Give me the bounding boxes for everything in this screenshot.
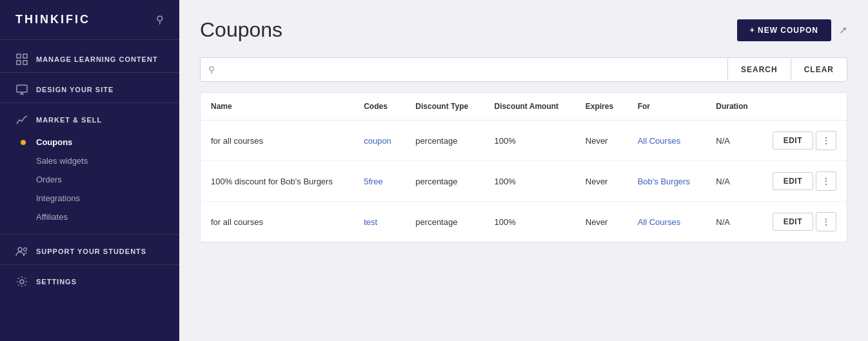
chart-icon <box>15 113 28 126</box>
cell-duration: N/A <box>705 161 762 202</box>
sidebar-item-support-students[interactable]: SUPPORT YOUR STUDENTS <box>0 237 179 262</box>
cell-discount-amount: 100% <box>484 202 575 242</box>
cell-name: for all courses <box>201 202 353 242</box>
edit-button[interactable]: EDIT <box>773 132 813 150</box>
clear-button[interactable]: CLEAR <box>791 59 847 81</box>
cell-discount-amount: 100% <box>484 121 575 161</box>
sidebar-item-integrations[interactable]: Integrations <box>36 189 179 208</box>
sidebar-item-manage-learning[interactable]: MANAGE LEARNING CONTENT <box>0 45 179 70</box>
edit-button[interactable]: EDIT <box>773 213 813 231</box>
sidebar-item-market-sell[interactable]: MARKET & SELL <box>0 106 179 130</box>
cell-actions: EDIT ⋮ <box>762 202 847 242</box>
col-header-discount-amount: Discount Amount <box>484 93 575 121</box>
table-row: for all courses test percentage 100% Nev… <box>201 202 847 242</box>
cell-discount-amount: 100% <box>484 161 575 202</box>
col-header-name: Name <box>201 93 353 121</box>
search-bar-icon: ⚲ <box>201 64 222 75</box>
grid-icon <box>15 53 28 66</box>
svg-rect-4 <box>17 85 27 92</box>
sidebar-item-coupons[interactable]: Coupons <box>36 133 179 151</box>
col-header-codes: Codes <box>353 93 405 121</box>
col-header-for: For <box>627 93 706 121</box>
market-sell-subitems: Coupons Sales widgets Orders Integration… <box>0 130 179 231</box>
cell-for[interactable]: All Courses <box>627 121 706 161</box>
sidebar-label-design-site: DESIGN YOUR SITE <box>36 86 113 93</box>
svg-point-9 <box>20 280 24 284</box>
sidebar-item-orders[interactable]: Orders <box>36 170 179 189</box>
table-header-row: Name Codes Discount Type Discount Amount… <box>201 93 847 121</box>
col-header-actions <box>762 93 847 121</box>
cell-expires: Never <box>575 202 627 242</box>
sidebar-item-settings[interactable]: SETTINGS <box>0 268 179 292</box>
cell-duration: N/A <box>705 121 762 161</box>
row-actions: EDIT ⋮ <box>773 212 836 231</box>
cell-for[interactable]: All Courses <box>627 202 706 242</box>
new-coupon-button[interactable]: + NEW COUPON <box>737 19 831 41</box>
sidebar-sub-label-sales-widgets: Sales widgets <box>36 156 88 166</box>
svg-rect-1 <box>23 54 27 58</box>
logo-text: THINKIFIC <box>15 13 90 26</box>
cell-actions: EDIT ⋮ <box>762 121 847 161</box>
sidebar-nav: MANAGE LEARNING CONTENT DESIGN YOUR SITE <box>0 40 179 341</box>
sidebar-label-settings: SETTINGS <box>36 278 77 286</box>
sidebar-label-market-sell: MARKET & SELL <box>36 116 102 124</box>
more-options-button[interactable]: ⋮ <box>816 131 836 150</box>
cell-codes[interactable]: coupon <box>353 121 405 161</box>
sidebar-label-support-students: SUPPORT YOUR STUDENTS <box>36 248 146 255</box>
coupons-table: Name Codes Discount Type Discount Amount… <box>201 93 847 242</box>
table-row: for all courses coupon percentage 100% N… <box>201 121 847 161</box>
header-actions: + NEW COUPON ➚ <box>737 19 847 41</box>
more-options-button[interactable]: ⋮ <box>816 212 836 231</box>
cell-codes[interactable]: 5free <box>353 161 405 202</box>
sidebar-sub-label-affiliates: Affiliates <box>36 212 68 222</box>
col-header-expires: Expires <box>575 93 627 121</box>
row-actions: EDIT ⋮ <box>773 131 836 150</box>
sidebar-logo: THINKIFIC ⚲ <box>0 0 179 40</box>
coupons-table-container: Name Codes Discount Type Discount Amount… <box>200 92 847 242</box>
sidebar-sub-label-coupons: Coupons <box>36 137 72 147</box>
page-title: Coupons <box>200 18 282 42</box>
svg-rect-0 <box>17 54 21 58</box>
monitor-icon <box>15 83 28 96</box>
svg-rect-2 <box>17 61 21 64</box>
cell-name: for all courses <box>201 121 353 161</box>
gear-icon <box>15 275 28 288</box>
table-row: 100% discount for Bob's Burgers 5free pe… <box>201 161 847 202</box>
search-input[interactable] <box>222 58 727 81</box>
sidebar-sub-label-orders: Orders <box>36 175 62 184</box>
search-button[interactable]: SEARCH <box>727 59 791 81</box>
main-content: Coupons + NEW COUPON ➚ ⚲ SEARCH CLEAR Na… <box>179 0 868 341</box>
cell-discount-type: percentage <box>405 161 484 202</box>
sidebar-sub-label-integrations: Integrations <box>36 193 80 203</box>
sidebar-item-sales-widgets[interactable]: Sales widgets <box>36 151 179 170</box>
users-icon <box>15 245 28 258</box>
cell-for[interactable]: Bob's Burgers <box>627 161 706 202</box>
sidebar-item-design-site[interactable]: DESIGN YOUR SITE <box>0 75 179 100</box>
more-options-button[interactable]: ⋮ <box>816 171 836 191</box>
svg-point-8 <box>24 248 27 251</box>
cell-discount-type: percentage <box>405 121 484 161</box>
cell-duration: N/A <box>705 202 762 242</box>
sidebar: THINKIFIC ⚲ MANAGE LEARNING CONTENT <box>0 0 179 341</box>
cell-actions: EDIT ⋮ <box>762 161 847 202</box>
sidebar-label-manage-learning: MANAGE LEARNING CONTENT <box>36 55 158 63</box>
cell-codes[interactable]: test <box>353 202 405 242</box>
cell-name: 100% discount for Bob's Burgers <box>201 161 353 202</box>
col-header-duration: Duration <box>705 93 762 121</box>
edit-button[interactable]: EDIT <box>773 172 813 190</box>
active-indicator <box>21 140 26 145</box>
search-bar: ⚲ SEARCH CLEAR <box>200 57 847 82</box>
cell-expires: Never <box>575 161 627 202</box>
search-icon[interactable]: ⚲ <box>156 14 164 26</box>
col-header-discount-type: Discount Type <box>405 93 484 121</box>
svg-rect-3 <box>23 61 27 64</box>
sidebar-item-affiliates[interactable]: Affiliates <box>36 208 179 226</box>
cell-expires: Never <box>575 121 627 161</box>
page-header: Coupons + NEW COUPON ➚ <box>200 18 847 42</box>
expand-icon[interactable]: ➚ <box>839 24 847 36</box>
row-actions: EDIT ⋮ <box>773 171 836 191</box>
cell-discount-type: percentage <box>405 202 484 242</box>
svg-point-7 <box>18 248 22 251</box>
